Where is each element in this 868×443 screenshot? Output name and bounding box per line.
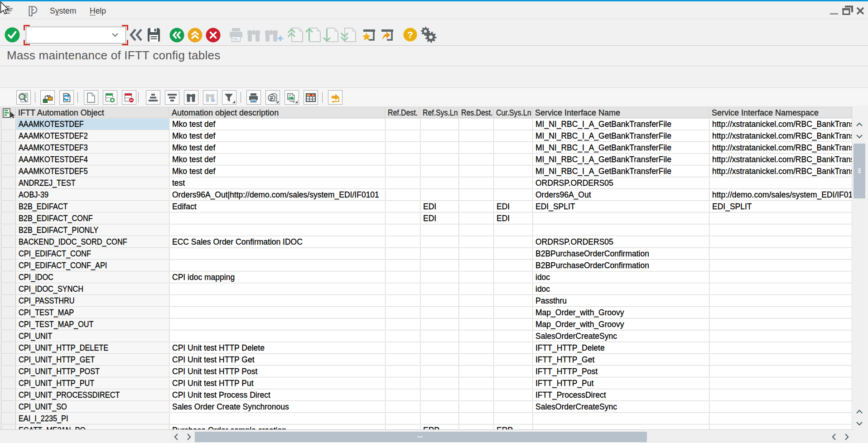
svg-text:?: ?	[407, 29, 413, 40]
